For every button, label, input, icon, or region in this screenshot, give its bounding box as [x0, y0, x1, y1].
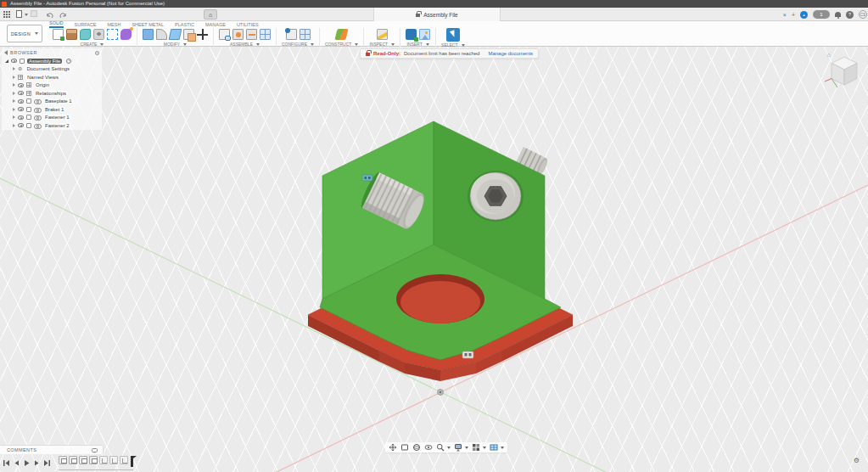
save-button[interactable]: [31, 10, 39, 19]
display-settings-icon[interactable]: [454, 443, 468, 452]
new-component-icon[interactable]: [219, 29, 230, 40]
configure-dropdown-caret[interactable]: [311, 43, 314, 46]
insert-canvas-icon[interactable]: [419, 29, 430, 40]
create-form-icon[interactable]: [120, 29, 132, 40]
joint-icon[interactable]: [232, 29, 244, 40]
as-built-joint-icon[interactable]: [246, 29, 257, 40]
manage-documents-link[interactable]: Manage documents: [488, 51, 533, 56]
browser-root-row[interactable]: Assembly File: [2, 57, 102, 65]
expand-arrow-icon[interactable]: [13, 92, 15, 95]
extensions-update-icon[interactable]: ▲: [800, 11, 808, 19]
timeline-joint-feature[interactable]: [120, 456, 128, 464]
viewport-canvas[interactable]: Read-Only: Document limit has been reach…: [0, 47, 868, 472]
visibility-eye-icon[interactable]: [18, 107, 24, 111]
timeline-play-button[interactable]: [23, 459, 31, 467]
timeline-component-feature[interactable]: [69, 456, 77, 464]
browser-item-origin[interactable]: Origin: [2, 81, 102, 90]
redo-button[interactable]: [59, 10, 68, 19]
component-color-icon[interactable]: [66, 59, 71, 64]
document-tab-assembly-file[interactable]: Assembly File: [373, 8, 501, 21]
create-sketch-icon[interactable]: [53, 29, 64, 40]
tab-surface[interactable]: SURFACE: [75, 22, 97, 28]
timeline-skip-end-button[interactable]: [43, 459, 51, 467]
insert-mcmaster-icon[interactable]: [406, 29, 417, 40]
visibility-eye-icon[interactable]: [18, 123, 24, 127]
tab-manage[interactable]: MANAGE: [205, 22, 226, 28]
browser-item-baseplate[interactable]: Baseplate 1: [2, 98, 102, 106]
expand-arrow-icon[interactable]: [13, 99, 15, 103]
construction-plane-icon[interactable]: [335, 29, 349, 40]
expanded-arrow-icon[interactable]: [5, 59, 8, 63]
select-tool-icon[interactable]: [446, 28, 460, 42]
browser-item-fastener-2[interactable]: Fastener 2: [2, 121, 102, 130]
create-box-icon[interactable]: [66, 29, 77, 40]
assemble-dropdown-caret[interactable]: [256, 43, 260, 46]
construct-dropdown-caret[interactable]: [355, 43, 358, 46]
orbit-tool-icon[interactable]: [412, 443, 421, 452]
browser-item-braket[interactable]: Braket 1: [2, 105, 102, 114]
configuration-theme-icon[interactable]: [300, 29, 311, 40]
inspect-dropdown-caret[interactable]: [391, 43, 395, 46]
combine-icon[interactable]: [183, 29, 194, 40]
user-avatar[interactable]: CS: [859, 10, 867, 19]
visibility-eye-icon[interactable]: [18, 115, 24, 120]
configuration-table-icon[interactable]: [286, 29, 297, 40]
browser-item-named-views[interactable]: Named Views: [2, 73, 102, 81]
expand-arrow-icon[interactable]: [13, 124, 15, 127]
expand-arrow-icon[interactable]: [13, 76, 15, 79]
comment-bubble-icon[interactable]: [92, 448, 98, 452]
undo-button[interactable]: [45, 10, 53, 19]
timeline-step-forward-button[interactable]: [33, 459, 41, 467]
view-home-icon[interactable]: ⌂: [827, 52, 831, 58]
browser-options-icon[interactable]: [95, 51, 99, 55]
browser-item-fastener-1[interactable]: Fastener 1: [2, 114, 102, 122]
timeline-joint-feature[interactable]: [99, 456, 108, 464]
timeline-component-feature[interactable]: [59, 456, 67, 464]
expand-arrow-icon[interactable]: [13, 115, 15, 119]
tab-utilities[interactable]: UTILITIES: [237, 22, 259, 28]
tab-sheet-metal[interactable]: SHEET METAL: [132, 22, 164, 28]
timeline-component-feature[interactable]: [89, 456, 98, 464]
home-button[interactable]: ⌂: [204, 9, 217, 20]
press-pull-icon[interactable]: [143, 29, 154, 40]
measure-icon[interactable]: [377, 29, 388, 40]
pattern-icon[interactable]: [260, 29, 271, 40]
visibility-eye-icon[interactable]: [11, 59, 17, 63]
create-cylinder-icon[interactable]: [93, 29, 104, 40]
file-menu-button[interactable]: [16, 10, 25, 19]
create-derive-icon[interactable]: [107, 29, 118, 40]
visibility-eye-icon[interactable]: [18, 91, 24, 95]
move-copy-icon[interactable]: [197, 29, 208, 40]
timeline-skip-start-button[interactable]: [3, 459, 10, 467]
new-document-icon[interactable]: +: [792, 12, 795, 18]
expand-arrow-icon[interactable]: [13, 67, 15, 70]
create-dropdown-caret[interactable]: [100, 43, 104, 46]
help-icon[interactable]: ?: [846, 11, 854, 19]
fit-view-icon[interactable]: [400, 443, 409, 452]
fillet-icon[interactable]: [156, 29, 167, 40]
tab-mesh[interactable]: MESH: [108, 22, 121, 28]
modify-dropdown-caret[interactable]: [183, 43, 187, 46]
tab-plastic[interactable]: PLASTIC: [175, 22, 194, 28]
timeline-step-back-button[interactable]: [13, 459, 20, 467]
create-pipe-icon[interactable]: [80, 29, 91, 40]
data-panel-toggle-icon[interactable]: [3, 11, 10, 18]
tab-solid[interactable]: SOLID: [49, 20, 64, 28]
notifications-bell-icon[interactable]: [835, 12, 841, 17]
browser-item-document-settings[interactable]: ⚙ Document Settings: [2, 65, 102, 74]
comments-panel[interactable]: COMMENTS: [0, 445, 104, 454]
expand-arrow-icon[interactable]: [13, 83, 15, 87]
insert-dropdown-caret[interactable]: [426, 43, 429, 46]
expand-arrow-icon[interactable]: [13, 108, 15, 111]
browser-item-relationships[interactable]: Relationships: [2, 89, 102, 98]
grid-snaps-icon[interactable]: [472, 443, 486, 452]
timeline-joint-feature[interactable]: [109, 456, 118, 464]
visibility-eye-icon[interactable]: [18, 99, 24, 104]
timeline-component-feature[interactable]: [79, 456, 87, 464]
preferences-gear-icon[interactable]: ⚙: [854, 457, 860, 464]
workspace-selector-design[interactable]: DESIGN: [7, 25, 42, 42]
browser-collapse-icon[interactable]: [4, 50, 8, 55]
visibility-eye-icon[interactable]: [18, 83, 24, 87]
job-status-badge[interactable]: 1: [813, 10, 830, 19]
shell-icon[interactable]: [169, 29, 182, 40]
